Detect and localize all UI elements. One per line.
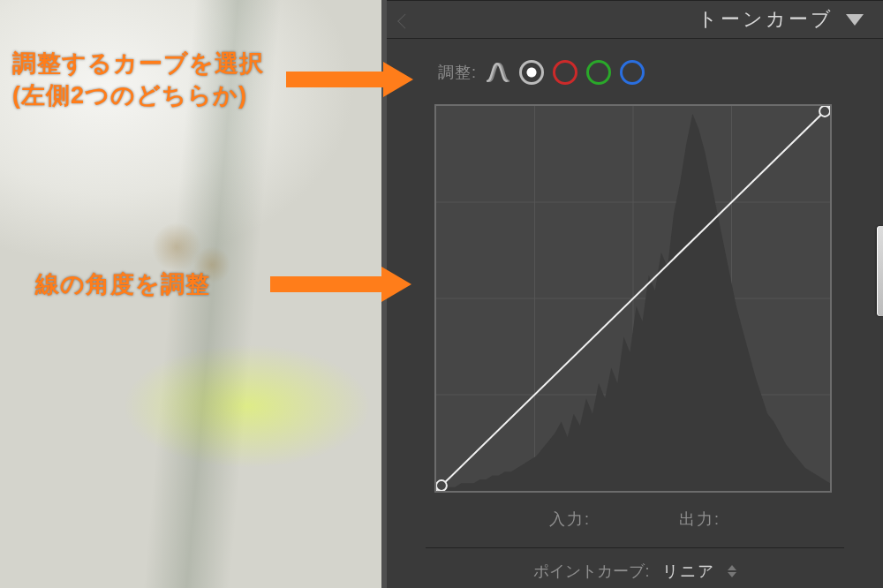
svg-point-7 [819, 106, 830, 117]
input-label: 入力: [549, 509, 591, 530]
tone-curve-panel: トーンカーブ 調整: 入力: 出力: ポイントカーブ: リニア [381, 0, 883, 588]
panel-drag-notch-icon [397, 14, 412, 29]
tone-curve-chart[interactable] [434, 104, 832, 493]
green-channel-button[interactable] [586, 60, 611, 85]
adjust-label: 調整: [438, 62, 477, 83]
collapse-triangle-icon[interactable] [846, 14, 864, 26]
point-curve-row[interactable]: ポイントカーブ: リニア [387, 561, 883, 582]
panel-header[interactable]: トーンカーブ [387, 0, 883, 39]
divider [426, 547, 844, 548]
input-output-row: 入力: 出力: [387, 509, 883, 530]
point-curve-value[interactable]: リニア [662, 561, 715, 582]
parametric-curve-icon[interactable] [486, 60, 510, 85]
stepper-arrows-icon[interactable] [728, 565, 736, 577]
output-label: 出力: [679, 509, 721, 530]
rgb-channel-button[interactable] [519, 60, 544, 85]
blue-channel-button[interactable] [620, 60, 645, 85]
channel-selector-row: 調整: [387, 39, 883, 95]
point-curve-label: ポイントカーブ: [533, 561, 649, 582]
red-channel-button[interactable] [553, 60, 577, 85]
panel-title: トーンカーブ [698, 6, 834, 33]
image-preview [0, 0, 381, 588]
scroll-thumb[interactable] [877, 226, 883, 316]
svg-point-6 [436, 480, 447, 491]
